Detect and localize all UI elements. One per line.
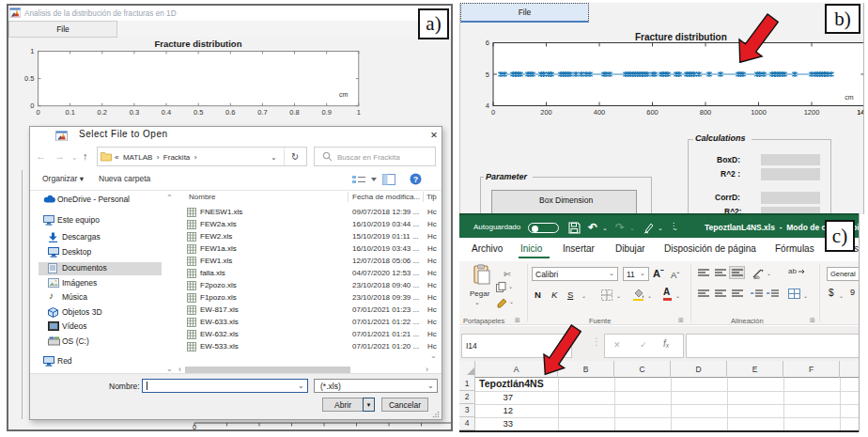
svg-text:0.1: 0.1: [65, 108, 74, 117]
svg-text:Fracture distribution: Fracture distribution: [155, 39, 242, 49]
svg-text:4: 4: [486, 101, 489, 110]
svg-text:0: 0: [36, 108, 39, 117]
svg-text:600: 600: [646, 108, 659, 117]
svg-text:0.3: 0.3: [130, 108, 139, 117]
svg-text:5: 5: [486, 70, 489, 79]
svg-text:1000: 1000: [751, 108, 767, 117]
svg-text:400: 400: [594, 108, 606, 117]
svg-text:1: 1: [30, 47, 34, 55]
svg-text:ab: ab: [753, 274, 760, 279]
svg-text:0.9: 0.9: [321, 108, 331, 117]
svg-text:0: 0: [193, 423, 196, 429]
svg-text:cm: cm: [339, 91, 349, 98]
svg-text:0.6: 0.6: [225, 108, 235, 117]
svg-text:0: 0: [491, 108, 495, 117]
svg-text:800: 800: [700, 108, 712, 117]
svg-text:0.7: 0.7: [257, 108, 267, 117]
svg-text:1200: 1200: [804, 108, 820, 117]
svg-text:1: 1: [357, 108, 361, 117]
svg-text:0.2: 0.2: [98, 108, 107, 117]
svg-text:cm: cm: [845, 94, 854, 101]
svg-text:1400: 1400: [857, 108, 864, 117]
svg-text:0.5: 0.5: [24, 74, 34, 83]
svg-text:0: 0: [30, 101, 34, 110]
svg-text:0.4: 0.4: [162, 108, 171, 117]
svg-text:?: ?: [413, 175, 419, 184]
svg-text:0.5: 0.5: [194, 108, 203, 117]
svg-text:0.8: 0.8: [289, 108, 299, 117]
svg-text:200: 200: [540, 108, 552, 117]
svg-text:6: 6: [486, 39, 489, 47]
